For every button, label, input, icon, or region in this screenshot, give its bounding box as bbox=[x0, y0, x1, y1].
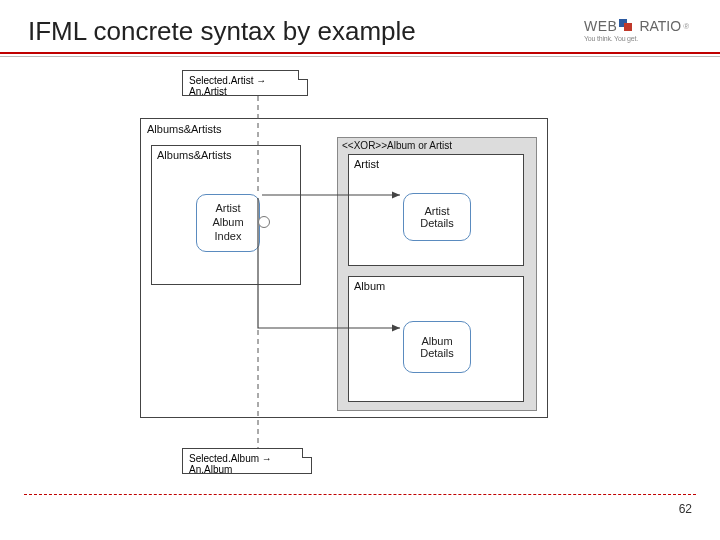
title-underline bbox=[0, 52, 720, 54]
component-artist-details: Artist Details bbox=[403, 193, 471, 241]
title-subline bbox=[0, 56, 720, 57]
binding-note-top: Selected.Artist → An.Artist bbox=[182, 70, 308, 96]
outer-container-label: Albums&Artists bbox=[147, 123, 222, 135]
component-line: Details bbox=[420, 347, 454, 359]
component-line: Details bbox=[420, 217, 454, 229]
component-line: Album bbox=[421, 335, 452, 347]
xor-container: <<XOR>>Album or Artist Artist Artist Det… bbox=[337, 137, 537, 411]
diagram-canvas: Selected.Artist → An.Artist Selected.Alb… bbox=[140, 118, 570, 418]
xor-label: <<XOR>>Album or Artist bbox=[338, 138, 536, 153]
component-line: Artist bbox=[424, 205, 449, 217]
binding-note-bottom-text: Selected.Album → An.Album bbox=[189, 453, 272, 475]
logo-ratio-text: RATIO bbox=[639, 18, 681, 34]
view-container-artist: Artist Artist Details bbox=[348, 154, 524, 266]
footer-divider bbox=[24, 494, 696, 495]
album-view-label: Album bbox=[349, 277, 523, 295]
component-album-details: Album Details bbox=[403, 321, 471, 373]
view-container-album: Album Album Details bbox=[348, 276, 524, 402]
logo-mark-icon bbox=[619, 19, 637, 33]
logo-registered-icon: ® bbox=[683, 22, 689, 31]
component-line: Index bbox=[215, 230, 242, 244]
page-title: IFML concrete syntax by example bbox=[28, 16, 416, 47]
binding-note-top-text: Selected.Artist → An.Artist bbox=[189, 75, 266, 97]
component-line: Artist bbox=[215, 202, 240, 216]
left-view-label: Albums&Artists bbox=[152, 146, 300, 164]
component-line: Album bbox=[212, 216, 243, 230]
note-fold-icon bbox=[302, 448, 312, 458]
view-container-left: Albums&Artists Artist Album Index bbox=[151, 145, 301, 285]
view-container-outer: Albums&Artists Albums&Artists Artist Alb… bbox=[140, 118, 548, 418]
binding-note-bottom: Selected.Album → An.Album bbox=[182, 448, 312, 474]
component-artist-album-index: Artist Album Index bbox=[196, 194, 260, 252]
artist-view-label: Artist bbox=[349, 155, 523, 173]
page-number: 62 bbox=[679, 502, 692, 516]
note-fold-icon bbox=[298, 70, 308, 80]
brand-logo: WEB RATIO ® You think. You get. bbox=[584, 18, 694, 42]
slide: IFML concrete syntax by example WEB RATI… bbox=[0, 0, 720, 540]
navigation-event-port bbox=[258, 216, 270, 228]
logo-tagline: You think. You get. bbox=[584, 35, 694, 42]
logo-web-text: WEB bbox=[584, 18, 617, 34]
